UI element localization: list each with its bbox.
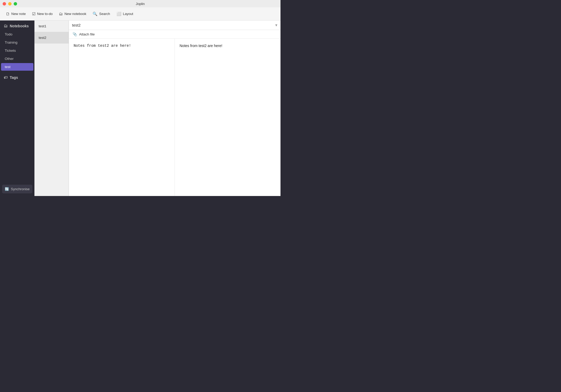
sidebar-item-test[interactable]: test: [1, 63, 33, 71]
minimize-button[interactable]: [8, 2, 12, 6]
editor-area: ▾ 📎 Attach file Notes from test2 are her…: [69, 20, 280, 196]
sync-label: Synchronise: [11, 187, 30, 191]
title-dropdown-button[interactable]: ▾: [275, 23, 277, 28]
app-title: Joplin: [136, 2, 145, 6]
maximize-button[interactable]: [14, 2, 17, 6]
editor-split: Notes from test2 are here!: [69, 39, 280, 196]
editor-edit-pane: [69, 39, 175, 196]
window-controls: [3, 2, 17, 6]
sidebar-item-other[interactable]: Other: [1, 55, 33, 63]
sidebar-item-todo[interactable]: Todo: [1, 30, 33, 38]
new-note-label: New note: [11, 12, 26, 16]
note-title-input[interactable]: [72, 23, 273, 27]
notebooks-header: 🗂 Notebooks: [0, 20, 34, 30]
note-item-test2[interactable]: test2: [34, 32, 69, 44]
search-button[interactable]: 🔍 Search: [90, 10, 113, 18]
preview-content: Notes from test2 are here!: [180, 44, 222, 48]
new-note-button[interactable]: 🗋 New note: [3, 10, 28, 18]
notebooks-label: Notebooks: [10, 24, 29, 28]
tags-label: Tags: [10, 75, 18, 80]
tags-icon: 🏷: [4, 75, 8, 80]
editor-textarea[interactable]: [74, 43, 170, 192]
notes-list: test1 test2: [34, 20, 69, 196]
attach-icon: 📎: [73, 32, 77, 36]
attach-label[interactable]: Attach file: [79, 32, 95, 36]
sync-icon: 🔄: [5, 187, 9, 191]
sidebar-item-training[interactable]: Training: [1, 39, 33, 46]
main-layout: 🗂 Notebooks Todo Training Tickets Other …: [0, 20, 280, 196]
layout-icon: ⬜: [116, 12, 121, 16]
new-notebook-button[interactable]: 🗂 New notebook: [56, 10, 89, 18]
search-label: Search: [99, 12, 110, 16]
sync-button[interactable]: 🔄 Synchronise: [2, 185, 32, 193]
new-notebook-label: New notebook: [64, 12, 86, 16]
note-item-test1[interactable]: test1: [34, 20, 69, 32]
sidebar-item-tickets[interactable]: Tickets: [1, 47, 33, 54]
search-icon: 🔍: [93, 12, 98, 16]
layout-button[interactable]: ⬜ Layout: [114, 10, 136, 18]
editor-preview-pane: Notes from test2 are here!: [175, 39, 280, 196]
sidebar: 🗂 Notebooks Todo Training Tickets Other …: [0, 20, 34, 196]
note-title-bar: ▾: [69, 20, 280, 30]
tags-header: 🏷 Tags: [0, 71, 34, 82]
new-note-icon: 🗋: [6, 12, 10, 16]
notebooks-icon: 🗂: [4, 24, 8, 28]
close-button[interactable]: [3, 2, 6, 6]
title-bar: Joplin: [0, 0, 280, 7]
new-todo-button[interactable]: ☑ New to-do: [29, 10, 55, 18]
attach-bar: 📎 Attach file: [69, 30, 280, 39]
new-todo-icon: ☑: [32, 12, 35, 16]
layout-label: Layout: [123, 12, 133, 16]
new-notebook-icon: 🗂: [59, 12, 63, 16]
new-todo-label: New to-do: [37, 12, 53, 16]
toolbar: 🗋 New note ☑ New to-do 🗂 New notebook 🔍 …: [0, 7, 280, 20]
